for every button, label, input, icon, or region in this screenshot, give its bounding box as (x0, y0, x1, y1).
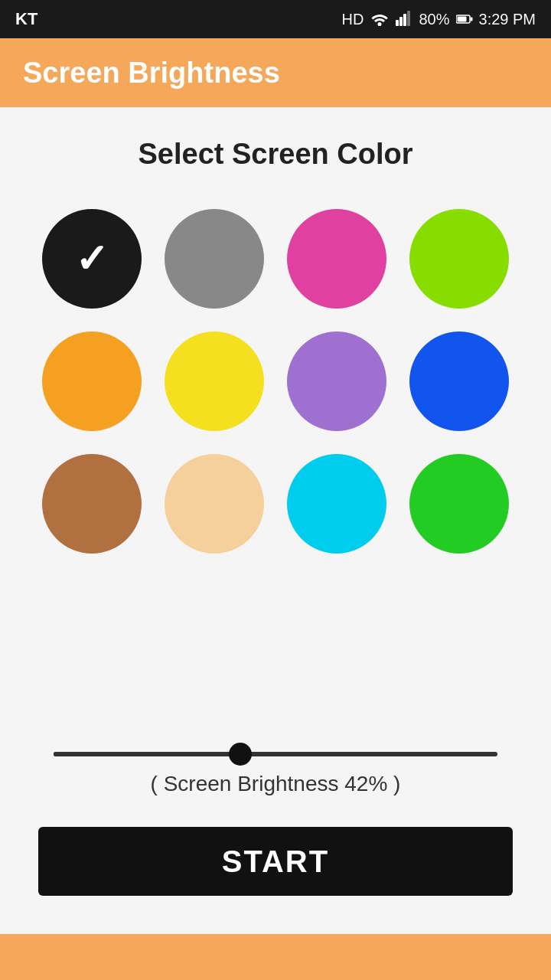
svg-rect-6 (470, 17, 472, 21)
color-option-yellow[interactable] (165, 332, 264, 431)
bottom-bar (0, 934, 551, 980)
carrier-label: KT (15, 9, 37, 29)
color-option-pink[interactable] (287, 209, 386, 309)
section-title: Select Screen Color (138, 138, 412, 171)
color-option-orange[interactable] (42, 332, 142, 431)
slider-thumb[interactable] (229, 743, 252, 766)
color-option-green[interactable] (409, 454, 509, 554)
main-content: Select Screen Color ( Screen Brightness … (0, 107, 551, 934)
start-button[interactable]: START (38, 827, 513, 896)
battery-icon (456, 11, 473, 28)
status-icons: HD 80% 3:29 PM (342, 9, 536, 30)
hd-badge: HD (342, 11, 364, 28)
svg-rect-5 (457, 16, 466, 21)
svg-rect-0 (396, 20, 399, 26)
slider-track (54, 752, 240, 756)
color-option-gray[interactable] (165, 209, 264, 309)
color-option-cyan[interactable] (287, 454, 386, 554)
status-bar: KT HD 80% 3:29 PM (0, 0, 551, 38)
color-option-purple[interactable] (287, 332, 386, 431)
app-header: Screen Brightness (0, 38, 551, 107)
brightness-slider[interactable] (54, 752, 497, 756)
svg-rect-2 (403, 14, 406, 26)
svg-rect-3 (407, 11, 410, 26)
time-label: 3:29 PM (479, 11, 536, 28)
brightness-label: ( Screen Brightness 42% ) (151, 772, 401, 796)
color-option-brown[interactable] (42, 454, 142, 554)
svg-rect-1 (399, 17, 403, 26)
app-title: Screen Brightness (23, 57, 280, 90)
wifi-icon (370, 9, 390, 30)
color-option-blue[interactable] (409, 332, 509, 431)
color-option-peach[interactable] (165, 454, 264, 554)
battery-label: 80% (419, 11, 449, 28)
color-option-black[interactable] (42, 209, 142, 309)
color-option-lime[interactable] (409, 209, 509, 309)
brightness-slider-section: ( Screen Brightness 42% ) (23, 752, 528, 796)
signal-icon (396, 9, 412, 30)
color-grid (42, 209, 509, 554)
